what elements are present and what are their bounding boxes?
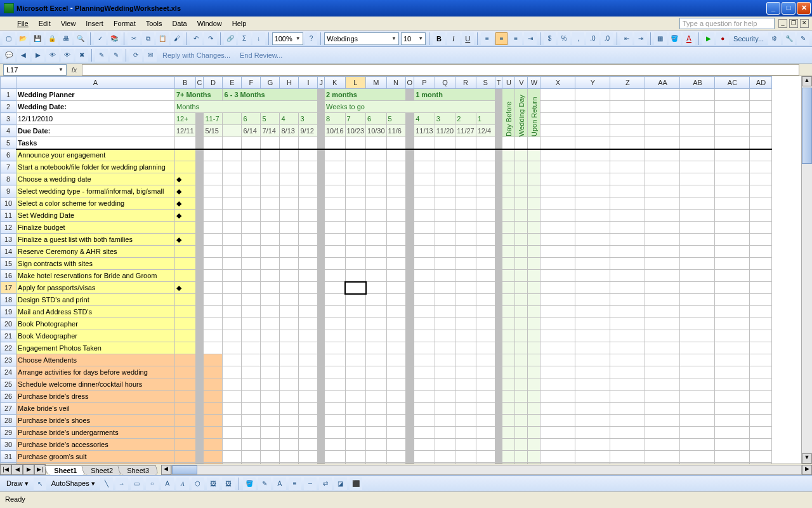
cell-AC32[interactable] [715,463,750,464]
cell-AA31[interactable] [645,451,680,463]
font-color-shape-icon[interactable]: A [273,478,286,490]
cell-J4[interactable] [318,125,325,137]
cell-V23[interactable] [515,354,528,366]
merge-center-icon[interactable]: ⇥ [524,32,537,45]
cell-V19[interactable] [515,306,528,318]
cell-Z15[interactable] [610,258,645,270]
cell-AD27[interactable] [750,403,772,415]
cell-F31[interactable] [242,451,261,463]
cell-AB29[interactable] [680,427,715,439]
cell-Z18[interactable] [610,294,645,306]
cell-G26[interactable] [261,391,280,403]
cell-Q23[interactable] [435,354,455,366]
cell-Q22[interactable] [435,342,455,354]
cell-AA22[interactable] [645,342,680,354]
cell-G17[interactable] [261,282,280,294]
cell-AA21[interactable] [645,330,680,342]
cell-P25[interactable] [414,378,435,391]
cell-Q29[interactable] [435,427,455,439]
cell-I29[interactable] [299,427,318,439]
cell-H12[interactable] [280,222,299,234]
cell-AC11[interactable] [715,210,750,222]
cell-P28[interactable] [414,415,435,427]
cell-X7[interactable] [540,161,575,173]
cell-AB21[interactable] [680,330,715,342]
cell-H3[interactable]: 4 [280,113,299,125]
cell-R18[interactable] [455,294,476,306]
cell-I12[interactable] [299,222,318,234]
cell-V13[interactable] [515,234,528,246]
cell-U22[interactable] [502,342,515,354]
cell-C27[interactable] [195,403,204,415]
cell-R24[interactable] [455,366,476,378]
cell-D8[interactable] [204,173,223,185]
cell-D25[interactable] [204,378,223,391]
cell-H9[interactable] [280,185,299,197]
cell-AC29[interactable] [715,427,750,439]
cell-M15[interactable] [366,258,387,270]
cell-B19[interactable] [175,306,196,318]
cell-C17[interactable] [195,282,204,294]
cell-E16[interactable] [223,270,242,282]
col-header-AD[interactable]: AD [750,77,772,89]
cell-V29[interactable] [515,427,528,439]
ink-icon[interactable]: ✎ [95,49,108,62]
cell-Y7[interactable] [575,161,610,173]
cell-Q19[interactable] [435,306,455,318]
cell-AD18[interactable] [750,294,772,306]
cell-X27[interactable] [540,403,575,415]
cell-C31[interactable] [195,451,204,463]
cell-AD26[interactable] [750,391,772,403]
cell-Y18[interactable] [575,294,610,306]
cell-G3[interactable]: 5 [261,113,280,125]
cell-H11[interactable] [280,210,299,222]
cell-L13[interactable] [345,234,366,246]
task-21[interactable]: Book Videographer [16,330,175,342]
cell-X32[interactable] [540,463,575,464]
cell-I13[interactable] [299,234,318,246]
cell-G9[interactable] [261,185,280,197]
cell-C32[interactable] [195,463,204,464]
cell-AC22[interactable] [715,342,750,354]
prev-comment-icon[interactable]: ◀ [17,49,30,62]
row-header-10[interactable]: 10 [1,197,16,210]
app-menu-icon[interactable] [3,19,12,28]
sheet-tab-3[interactable]: Sheet3 [117,465,159,475]
cell-Q14[interactable] [435,246,455,258]
cell-P8[interactable] [414,173,435,185]
cell-C4[interactable] [195,125,204,137]
cell-V16[interactable] [515,270,528,282]
cell-E10[interactable] [223,197,242,210]
cell-J23[interactable] [318,354,325,366]
cell-S32[interactable] [476,463,495,464]
cell-Z22[interactable] [610,342,645,354]
cell-R8[interactable] [455,173,476,185]
cell-S23[interactable] [476,354,495,366]
cell-AD20[interactable] [750,318,772,330]
cell-F26[interactable] [242,391,261,403]
cell-V15[interactable] [515,258,528,270]
menu-edit[interactable]: Edit [34,18,56,29]
col-wedding-day[interactable]: Wedding Day [515,89,528,137]
cell-K11[interactable] [324,210,345,222]
cell-U25[interactable] [502,378,515,391]
cell-D16[interactable] [204,270,223,282]
cell-B17[interactable]: ◆ [175,282,196,294]
cell-L23[interactable] [345,354,366,366]
percent-icon[interactable]: % [558,32,570,45]
cell-T16[interactable] [495,270,502,282]
task-11[interactable]: Set Wedding Date [16,210,175,222]
cell-D15[interactable] [204,258,223,270]
cell-Z32[interactable] [610,463,645,464]
cell-Q32[interactable] [435,463,455,464]
row-header-12[interactable]: 12 [1,222,16,234]
cell-P29[interactable] [414,427,435,439]
cell-C7[interactable] [195,161,204,173]
cell-O13[interactable] [405,234,414,246]
cell-Y9[interactable] [575,185,610,197]
tab-first-button[interactable]: |◀ [0,464,11,475]
cell-N9[interactable] [386,185,405,197]
cell-M4[interactable]: 10/30 [366,125,387,137]
cell-N28[interactable] [386,415,405,427]
col-header-M[interactable]: M [366,77,387,89]
